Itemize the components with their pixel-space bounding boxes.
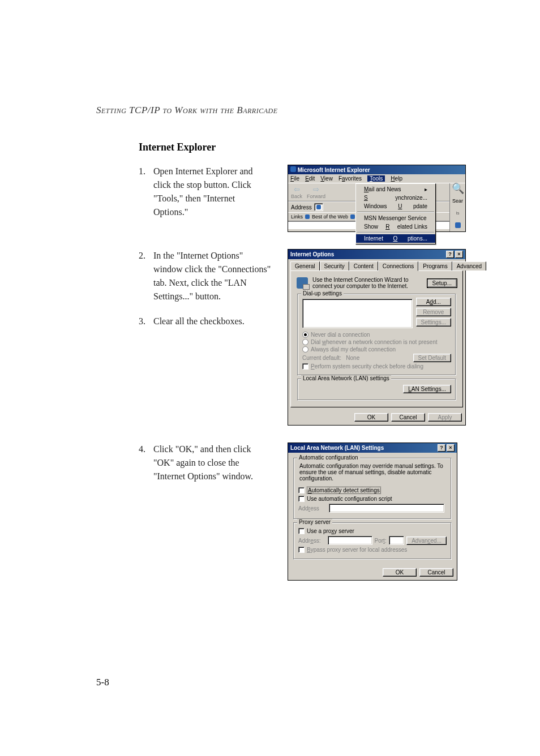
lan-titlebar: Local Area Network (LAN) Settings ?× (288, 443, 457, 453)
tab-general[interactable]: General (290, 261, 320, 270)
io-title: Internet Options (290, 251, 334, 257)
radio-always: Always dial my default connection (302, 346, 451, 353)
ie-titlebar: Microsoft Internet Explorer (288, 165, 465, 174)
back-button[interactable]: ⇦Back (291, 185, 302, 199)
setup-button[interactable]: Setup... (427, 279, 457, 287)
menu-related-links[interactable]: Show Related Links (356, 222, 435, 231)
radio-dial-whenever: Dial whenever a network connection is no… (302, 339, 451, 345)
chk-use-proxy[interactable]: Use a proxy server (298, 528, 447, 534)
auto-legend: Automatic configuration (297, 454, 360, 461)
step-4-text: Click "OK," and then click "OK" again to… (153, 443, 272, 483)
settings-button: Settings... (416, 318, 451, 327)
auto-config-group: Automatic configuration Automatic config… (293, 458, 452, 519)
lan-title: Local Area Network (LAN) Settings (290, 445, 384, 451)
set-default-button: Set Default (413, 354, 451, 362)
step-2-num: 2. (139, 249, 153, 303)
ie-icon (290, 166, 296, 172)
menu-edit[interactable]: Edit (305, 175, 315, 182)
io-tabs: General Security Content Connections Pro… (288, 259, 465, 270)
lan-settings-button[interactable]: LAN Settings... (403, 385, 451, 393)
chk-auto-detect[interactable]: Automatically detect settings (298, 487, 447, 494)
section-title: Internet Explorer (139, 141, 472, 153)
address-label: Address (291, 204, 312, 211)
current-value: None (346, 355, 359, 361)
menu-file[interactable]: File (290, 175, 299, 182)
step-3-text: Clear all the checkboxes. (153, 315, 272, 328)
tab-advanced[interactable]: Advanced (452, 261, 486, 270)
step-2: 2. In the "Internet Options" window clic… (139, 249, 272, 303)
search-icon[interactable]: 🔍 (452, 186, 464, 191)
step-4: 4. Click "OK," and then click "OK" again… (139, 443, 272, 483)
internet-options-dialog: Internet Options ?× General Security Con… (288, 249, 466, 426)
lan-cancel-button[interactable]: Cancel (419, 568, 453, 577)
menu-help[interactable]: Help (391, 175, 402, 182)
link-icon-2 (350, 214, 355, 219)
search-label: Sear (452, 198, 463, 204)
proxy-address-label: Address: (298, 538, 325, 544)
tab-programs[interactable]: Programs (418, 261, 452, 270)
proxy-port-label: Port: (375, 538, 387, 544)
tab-connections[interactable]: Connections (378, 261, 419, 271)
ie-menubar: File Edit View Favorites Tools Help (288, 174, 465, 183)
proxy-advanced-button: Advanced... (406, 536, 447, 545)
step-1: 1. Open Internet Explorer and click the … (139, 165, 272, 219)
dialup-group: Dial-up settings Add... Remove Settings.… (297, 294, 456, 376)
chk-bypass: Bypass proxy server for local addresses (298, 547, 447, 553)
ie-right-strip: 🔍 Sear ls (449, 183, 465, 231)
page-number: 5-8 (96, 677, 109, 688)
tab-content[interactable]: Content (349, 261, 378, 270)
links-label: Links (291, 214, 303, 220)
io-titlebar: Internet Options ?× (288, 250, 465, 259)
menu-tools[interactable]: Tools (367, 175, 385, 182)
auto-desc: Automatic configuration may override man… (298, 462, 447, 485)
chk-use-script[interactable]: Use automatic configuration script (298, 496, 447, 502)
dialup-list[interactable] (302, 299, 413, 328)
lan-group: Local Area Network (LAN) settings LAN Se… (297, 379, 456, 401)
menu-favorites[interactable]: Favorites (338, 175, 362, 182)
step-2-text: In the "Internet Options" window click t… (153, 249, 272, 303)
help-button[interactable]: ? (446, 251, 454, 258)
lan-close-button[interactable]: × (447, 444, 455, 452)
lan-legend: Local Area Network (LAN) settings (301, 375, 391, 381)
script-address-field (329, 504, 444, 513)
proxy-port-field (389, 536, 405, 545)
ie-window: Microsoft Internet Explorer File Edit Vi… (288, 165, 466, 232)
remove-button: Remove (416, 308, 451, 316)
menu-view[interactable]: View (320, 175, 333, 182)
chk-perform: Perform system security check before dia… (302, 363, 451, 370)
step-3-num: 3. (139, 315, 153, 328)
menu-mail-news[interactable]: Mail and News▸ (356, 185, 435, 194)
proxy-address-field (328, 536, 372, 545)
ie-title: Microsoft Internet Explorer (298, 167, 370, 173)
tab-security[interactable]: Security (320, 261, 349, 270)
step-1-num: 1. (139, 165, 153, 219)
dialup-legend: Dial-up settings (301, 290, 344, 297)
page-header: Setting TCP/IP to Work with the Barricad… (96, 105, 472, 116)
radio-never: Never dial a connection (302, 332, 451, 338)
step-1-text: Open Internet Explorer and click the sto… (153, 165, 272, 219)
tools-menu: Mail and News▸ Synchronize... Windows Up… (355, 183, 436, 244)
links-item[interactable]: Best of the Web (312, 214, 348, 220)
wizard-text: Use the Internet Connection Wizard to co… (312, 277, 423, 289)
close-button[interactable]: × (455, 251, 463, 258)
io-ok-button[interactable]: OK (354, 413, 388, 422)
address-field[interactable] (314, 203, 323, 211)
menu-windows-update[interactable]: Windows Update (356, 202, 435, 211)
lan-ok-button[interactable]: OK (383, 568, 417, 577)
proxy-group: Proxy server Use a proxy server Address:… (293, 522, 452, 560)
current-label: Current default: (302, 355, 341, 361)
menu-internet-options[interactable]: Internet Options... (356, 234, 435, 243)
add-button[interactable]: Add... (416, 298, 451, 306)
menu-msn[interactable]: MSN Messenger Service (356, 214, 435, 222)
lan-settings-dialog: Local Area Network (LAN) Settings ?× Aut… (288, 443, 457, 581)
link-icon (305, 214, 310, 219)
script-address-label: Address (298, 505, 327, 512)
step-4-num: 4. (139, 443, 153, 483)
e-icon-small (455, 222, 461, 228)
io-cancel-button[interactable]: Cancel (391, 413, 425, 422)
forward-button[interactable]: ⇨Forward (307, 185, 325, 199)
io-apply-button: Apply (428, 413, 462, 422)
menu-synchronize[interactable]: Synchronize... (356, 194, 435, 202)
lan-help-button[interactable]: ? (438, 444, 445, 452)
step-3: 3. Clear all the checkboxes. (139, 315, 272, 328)
